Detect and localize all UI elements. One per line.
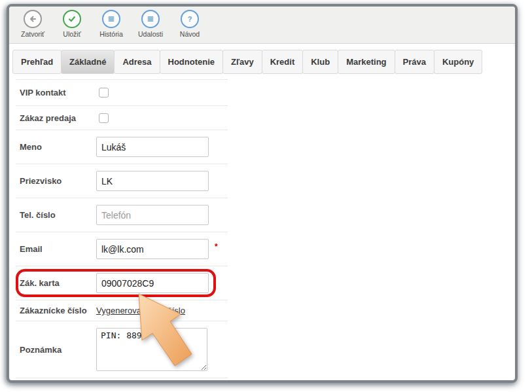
- tab-zakladne[interactable]: Základné: [61, 50, 115, 74]
- question-icon: ?: [181, 10, 199, 28]
- svg-text:?: ?: [188, 15, 192, 23]
- form-row-email: Email *: [16, 232, 228, 266]
- meno-label: Meno: [20, 142, 96, 152]
- email-label: Email: [20, 244, 96, 254]
- tool-label: História: [99, 30, 123, 38]
- list-icon: [141, 10, 160, 28]
- meno-input[interactable]: [96, 137, 209, 157]
- form-row-zak-karta: Zák. karta: [16, 266, 228, 300]
- required-marker: *: [215, 242, 218, 251]
- tab-bar: Prehľad Základné Adresa Hodnotenie Zľavy…: [12, 50, 515, 74]
- events-button[interactable]: Udalosti: [132, 10, 169, 38]
- form-row-tel: Tel. číslo: [16, 198, 228, 232]
- save-button[interactable]: Uložiť: [54, 10, 90, 38]
- form-row-zakaz-predaja: Zákaz predaja: [16, 106, 228, 130]
- form-row-zakaznicke-cislo: Zákaznícke číslo Vygenerovať nové číslo: [16, 300, 228, 321]
- tel-label: Tel. číslo: [20, 210, 96, 220]
- vip-label: VIP kontakt: [20, 88, 96, 98]
- back-arrow-icon: [24, 10, 42, 28]
- form-row-priezvisko: Priezvisko: [16, 164, 228, 198]
- zak-karta-label: Zák. karta: [20, 278, 96, 288]
- tab-kupony[interactable]: Kupóny: [434, 50, 482, 74]
- tab-hodnotenie[interactable]: Hodnotenie: [160, 50, 224, 74]
- tab-adresa[interactable]: Adresa: [114, 50, 160, 74]
- tab-zlavy[interactable]: Zľavy: [222, 50, 262, 74]
- email-input[interactable]: [96, 239, 209, 259]
- help-button[interactable]: ? Návod: [171, 10, 208, 38]
- generate-number-link[interactable]: Vygenerovať nové číslo: [96, 306, 185, 315]
- priezvisko-input[interactable]: [96, 171, 209, 191]
- tel-input[interactable]: [96, 205, 209, 225]
- tool-label: Uložiť: [63, 30, 80, 38]
- history-button[interactable]: História: [93, 10, 130, 38]
- tool-label: Udalosti: [138, 30, 163, 38]
- tool-label: Návod: [180, 30, 200, 38]
- zak-karta-input[interactable]: [96, 273, 209, 293]
- tab-marketing[interactable]: Marketing: [338, 50, 395, 74]
- zakaz-predaja-label: Zákaz predaja: [20, 113, 96, 123]
- form-row-meno: Meno: [16, 130, 228, 164]
- form-row-poznamka: Poznámka PIN: 8899: [16, 321, 228, 378]
- zakaznicke-cislo-label: Zákaznícke číslo: [20, 306, 96, 315]
- list-icon: [102, 10, 120, 28]
- contact-editor-window: Zatvoriť Uložiť História Udalosti ? Návo…: [7, 4, 518, 383]
- priezvisko-label: Priezvisko: [20, 176, 96, 186]
- poznamka-label: Poznámka: [20, 345, 96, 355]
- tab-klub[interactable]: Klub: [302, 50, 338, 74]
- tool-label: Zatvoriť: [21, 30, 44, 38]
- zakaz-predaja-checkbox[interactable]: [99, 113, 109, 123]
- poznamka-textarea[interactable]: PIN: 8899: [96, 328, 207, 371]
- check-icon: [63, 10, 81, 28]
- close-button[interactable]: Zatvoriť: [14, 10, 51, 38]
- tab-kredit[interactable]: Kredit: [262, 50, 304, 74]
- toolbar: Zatvoriť Uložiť História Udalosti ? Návo…: [9, 7, 515, 44]
- tab-prava[interactable]: Práva: [395, 50, 434, 74]
- tab-prehlad[interactable]: Prehľad: [12, 50, 62, 74]
- contact-form: VIP kontakt Zákaz predaja Meno Priezvisk…: [16, 79, 228, 378]
- vip-checkbox[interactable]: [99, 88, 109, 98]
- form-row-vip: VIP kontakt: [16, 80, 228, 106]
